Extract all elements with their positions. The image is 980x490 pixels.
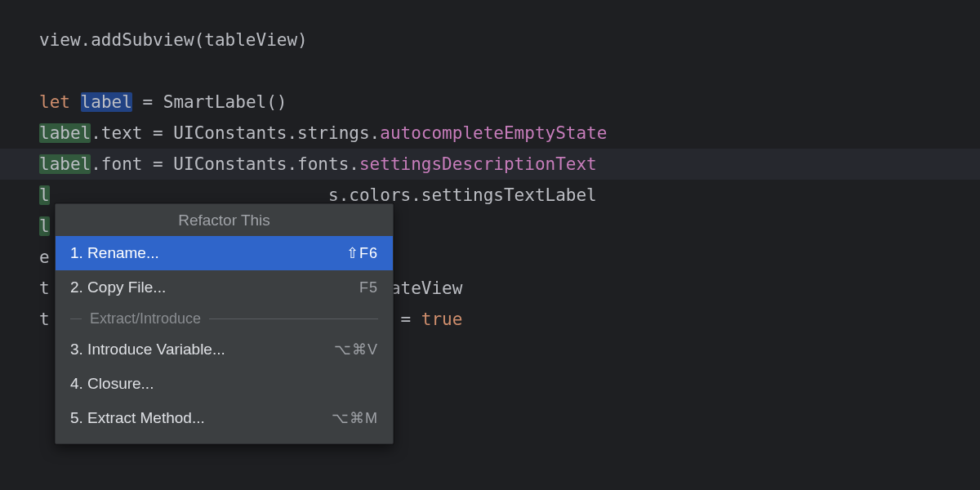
- code-line: label.text = UIConstants.strings.autocom…: [39, 118, 980, 149]
- keyword-let: let: [39, 92, 70, 112]
- token: settingsDescriptionText: [359, 154, 597, 174]
- popup-item-shortcut: ⌥⌘V: [334, 341, 378, 359]
- token: .text = UIConstants.strings.: [91, 123, 380, 143]
- token: t: [39, 310, 50, 329]
- code-line-current: label.font = UIConstants.fonts.settingsD…: [0, 149, 980, 180]
- token: autocompleteEmptyState: [380, 123, 607, 143]
- token: t: [39, 278, 50, 298]
- token: =: [132, 92, 163, 112]
- popup-separator-label: Extract/Introduce: [90, 310, 201, 327]
- popup-item-label: 4. Closure...: [70, 375, 154, 393]
- popup-item-introduce-variable[interactable]: 3. Introduce Variable... ⌥⌘V: [56, 332, 393, 367]
- token: e: [39, 247, 50, 267]
- code-line-blank: [39, 56, 980, 87]
- identifier-usage: label: [39, 154, 91, 174]
- popup-item-shortcut: ⌥⌘M: [332, 409, 378, 427]
- token: .font = UIConstants.fonts.: [91, 154, 359, 174]
- identifier-usage: label: [39, 123, 91, 143]
- popup-item-label: 2. Copy File...: [70, 278, 166, 296]
- popup-item-shortcut: ⇧F6: [346, 244, 378, 262]
- token: s.colors.settingsTextLabel: [328, 185, 597, 205]
- refactor-popup: Refactor This 1. Rename... ⇧F6 2. Copy F…: [55, 203, 394, 444]
- token: view: [39, 30, 81, 50]
- popup-title: Refactor This: [56, 204, 393, 236]
- popup-separator: Extract/Introduce: [56, 305, 393, 332]
- code-editor[interactable]: view.addSubview(tableView) let label = S…: [0, 0, 980, 490]
- popup-item-label: 1. Rename...: [70, 244, 159, 262]
- identifier-usage: l: [39, 216, 50, 236]
- selected-identifier: label: [81, 92, 132, 112]
- token: SmartLabel(): [163, 92, 287, 112]
- token: .addSubview(tableView): [81, 30, 308, 50]
- popup-item-rename[interactable]: 1. Rename... ⇧F6: [56, 236, 393, 270]
- popup-item-label: 3. Introduce Variable...: [70, 341, 225, 359]
- popup-item-extract-method[interactable]: 5. Extract Method... ⌥⌘M: [56, 401, 393, 435]
- popup-item-copy-file[interactable]: 2. Copy File... F5: [56, 270, 393, 305]
- identifier-usage: l: [39, 185, 50, 205]
- popup-item-closure[interactable]: 4. Closure...: [56, 367, 393, 401]
- code-line: let label = SmartLabel(): [39, 87, 980, 118]
- code-line: view.addSubview(tableView): [39, 24, 980, 56]
- keyword-true: true: [421, 310, 463, 329]
- popup-item-label: 5. Extract Method...: [70, 409, 205, 427]
- popup-item-shortcut: F5: [359, 279, 378, 296]
